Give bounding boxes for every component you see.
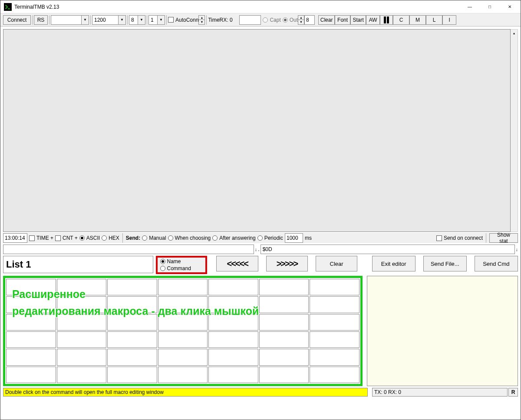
macro-cell[interactable] xyxy=(107,296,157,313)
macro-cell[interactable] xyxy=(208,331,258,348)
out-value[interactable]: 8 xyxy=(304,15,315,25)
parity-select[interactable]: 1 xyxy=(148,15,165,25)
periodic-value[interactable]: 1000 xyxy=(285,233,303,243)
macro-cell[interactable] xyxy=(57,279,107,295)
name-radio[interactable]: Name xyxy=(160,258,203,265)
exit-editor-button[interactable]: Exit editor xyxy=(372,256,415,271)
pause-button[interactable] xyxy=(380,15,393,25)
macro-cell[interactable] xyxy=(57,331,107,348)
after-answering-radio[interactable]: After answering xyxy=(212,235,255,241)
cnt-plus-checkbox[interactable]: CNT + xyxy=(55,235,78,241)
m-button[interactable]: M xyxy=(409,15,426,25)
clear-macro-button[interactable]: Clear xyxy=(316,256,357,271)
close-button[interactable]: ✕ xyxy=(500,0,520,13)
macro-cell[interactable] xyxy=(208,314,258,331)
timerx-input[interactable] xyxy=(239,15,261,25)
macro-cell[interactable] xyxy=(259,331,309,348)
macro-cell[interactable] xyxy=(107,314,157,331)
macro-cell[interactable] xyxy=(158,331,208,348)
macro-cell[interactable] xyxy=(57,349,107,365)
terminal-scrollbar[interactable]: ▴ xyxy=(511,29,518,232)
capt-radio: Capt xyxy=(263,17,280,23)
macro-cell[interactable] xyxy=(310,331,359,348)
macro-cell[interactable] xyxy=(310,279,359,295)
macro-cell[interactable] xyxy=(107,331,157,348)
terminal-output[interactable] xyxy=(3,29,511,232)
dropdown-icon[interactable]: ↓ xyxy=(255,247,257,252)
macro-cell[interactable] xyxy=(6,331,56,348)
macro-cell[interactable] xyxy=(6,314,56,331)
scroll-up-icon[interactable]: ▴ xyxy=(511,30,518,37)
send-cmd-button[interactable]: Send Cmd xyxy=(475,256,518,271)
timerx-label: TimeRX: 0 xyxy=(208,17,239,23)
out-spin[interactable]: ▲▼ xyxy=(298,15,304,25)
port-select[interactable] xyxy=(51,15,89,25)
command-radio[interactable]: Command xyxy=(160,265,203,271)
l-button[interactable]: L xyxy=(426,15,442,25)
aw-button[interactable]: AW xyxy=(366,15,380,25)
macro-cell[interactable] xyxy=(259,367,309,383)
i-button[interactable]: I xyxy=(442,15,456,25)
show-stat-button[interactable]: Show stat xyxy=(489,233,518,243)
macro-cell[interactable] xyxy=(310,367,359,383)
macro-cell[interactable] xyxy=(107,367,157,383)
font-button[interactable]: Font xyxy=(335,15,350,25)
macro-cell[interactable] xyxy=(259,296,309,313)
macro-cell[interactable] xyxy=(208,279,258,295)
macro-cell[interactable] xyxy=(208,367,258,383)
send-file-button[interactable]: Send File... xyxy=(423,256,467,271)
macro-cell[interactable] xyxy=(158,367,208,383)
macro-cell[interactable] xyxy=(208,296,258,313)
macro-cell[interactable] xyxy=(310,296,359,313)
macro-cell[interactable] xyxy=(107,279,157,295)
start-button[interactable]: Start xyxy=(350,15,366,25)
macro-cell[interactable] xyxy=(6,349,56,365)
hex-radio[interactable]: HEX xyxy=(102,235,119,241)
macro-cell[interactable] xyxy=(57,296,107,313)
macro-cell[interactable] xyxy=(158,296,208,313)
macro-cell[interactable] xyxy=(158,279,208,295)
command-input[interactable] xyxy=(3,245,254,254)
macro-cell[interactable] xyxy=(6,296,56,313)
display-mode-group: Name Command xyxy=(156,256,207,274)
macro-cell[interactable] xyxy=(6,367,56,383)
macro-cell[interactable] xyxy=(158,349,208,365)
macro-cell[interactable] xyxy=(259,279,309,295)
ms-label: ms xyxy=(305,235,312,241)
macro-cell[interactable] xyxy=(259,314,309,331)
macro-cell[interactable] xyxy=(6,279,56,295)
c-button[interactable]: C xyxy=(393,15,409,25)
preview-panel[interactable] xyxy=(367,276,518,386)
manual-radio[interactable]: Manual xyxy=(142,235,166,241)
connect-button[interactable]: Connect xyxy=(3,15,31,25)
maximize-button[interactable]: □ xyxy=(480,0,500,13)
periodic-radio[interactable]: Periodic xyxy=(257,235,283,241)
when-choosing-radio[interactable]: When choosing xyxy=(168,235,211,241)
ascii-radio[interactable]: ASCII xyxy=(79,235,100,241)
macro-cell[interactable] xyxy=(310,349,359,365)
list-title[interactable]: List 1 xyxy=(3,256,153,273)
suffix-dropdown-icon[interactable]: ↓ xyxy=(516,247,518,252)
suffix-input[interactable]: $0D xyxy=(260,245,515,254)
macro-cell[interactable] xyxy=(259,349,309,365)
macro-cell[interactable] xyxy=(310,314,359,331)
clear-button[interactable]: Clear xyxy=(318,15,335,25)
macro-cell[interactable] xyxy=(57,314,107,331)
time-plus-checkbox[interactable]: TIME + xyxy=(29,235,53,241)
next-button[interactable]: >>>>> xyxy=(266,256,308,271)
status-r-button[interactable]: R xyxy=(508,388,518,397)
macro-cell[interactable] xyxy=(208,349,258,365)
macro-cell[interactable] xyxy=(57,367,107,383)
autoconnect-checkbox[interactable]: AutoConn xyxy=(168,17,198,23)
options-bar: 13:00:14 TIME + CNT + ASCII HEX Send: Ma… xyxy=(3,233,518,243)
databits-select[interactable]: 8 xyxy=(129,15,145,25)
autoconnect-spin[interactable]: ▲▼ xyxy=(198,15,205,25)
rs-button[interactable]: RS xyxy=(34,15,48,25)
prev-button[interactable]: <<<<< xyxy=(216,256,258,271)
minimize-button[interactable]: — xyxy=(460,0,480,13)
send-on-connect-checkbox[interactable]: Send on connect xyxy=(436,235,483,241)
macro-grid xyxy=(5,278,360,384)
macro-cell[interactable] xyxy=(158,314,208,331)
baud-select[interactable]: 1200 xyxy=(92,15,126,25)
macro-cell[interactable] xyxy=(107,349,157,365)
